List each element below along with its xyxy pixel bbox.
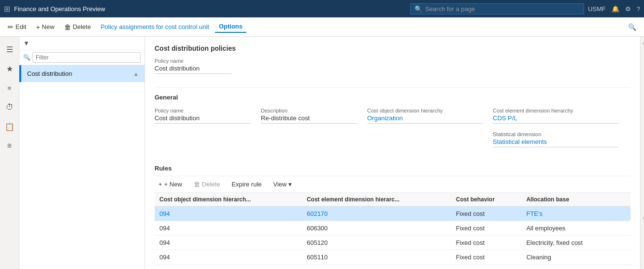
view-chevron-icon: ▾ bbox=[288, 181, 292, 188]
col-header-alloc: Allocation base bbox=[521, 193, 630, 207]
delete-icon: 🗑 bbox=[64, 23, 71, 31]
view-button[interactable]: View ▾ bbox=[270, 179, 296, 189]
list-filter-bar: ▼ bbox=[19, 37, 144, 50]
cost-elem-dim-label: Cost element dimension hierarchy bbox=[493, 108, 618, 113]
filter-input[interactable] bbox=[32, 52, 141, 63]
general-title: General bbox=[155, 87, 630, 101]
cost-obj-dim-field: Cost object dimension hierarchy Organiza… bbox=[367, 108, 483, 124]
clock-icon[interactable]: ⏱ bbox=[1, 99, 18, 116]
filter-input-row: 🔍 bbox=[19, 50, 144, 65]
notification-icon[interactable]: 🔔 bbox=[612, 5, 619, 13]
policy-assignments-link[interactable]: Policy assignments for cost control unit bbox=[97, 21, 213, 32]
table-cell: 094 bbox=[155, 221, 302, 236]
table-cell: 094 bbox=[155, 236, 302, 250]
new-icon: + bbox=[36, 23, 40, 31]
table-cell: Cleaning bbox=[521, 250, 630, 265]
list-item-cost-distribution[interactable]: Cost distribution ▲ bbox=[19, 65, 144, 82]
search-icon: 🔍 bbox=[415, 5, 422, 13]
search-toolbar-icon[interactable]: 🔍 bbox=[624, 21, 640, 33]
policy-name-field: Policy name Cost distribution bbox=[155, 108, 251, 124]
description-field: Description Re-distribute cost bbox=[261, 108, 358, 124]
top-nav: ⊞ Finance and Operations Preview 🔍 USMF … bbox=[0, 0, 644, 17]
rules-new-icon: + bbox=[158, 181, 162, 188]
filter-icon: ▼ bbox=[23, 40, 29, 47]
modules-icon[interactable]: ≡ bbox=[1, 137, 18, 155]
table-cell: All employees bbox=[521, 221, 630, 236]
stat-dim-val[interactable]: Statistical elements bbox=[493, 138, 618, 147]
rules-delete-button[interactable]: 🗑 Delete bbox=[190, 179, 224, 189]
form-grid: Policy name Cost distribution Descriptio… bbox=[155, 108, 630, 155]
side-icons: ☰ ★ ≡ ⏱ 📋 ≡ bbox=[0, 37, 19, 269]
table-header-row: Cost object dimension hierarch... Cost e… bbox=[155, 193, 630, 207]
cost-obj-dim-val[interactable]: Organization bbox=[367, 114, 483, 124]
filter-search-icon: 🔍 bbox=[23, 54, 30, 61]
table-cell: 605150 bbox=[302, 265, 451, 269]
col-header-cost-elem: Cost element dimension hierarc... bbox=[302, 193, 451, 207]
top-policy-name-label: Policy name bbox=[155, 58, 630, 64]
table-row[interactable]: 094605120Fixed costElectricity, fixed co… bbox=[155, 236, 630, 250]
rules-toolbar: + + New 🗑 Delete Expire rule View ▾ bbox=[155, 176, 630, 193]
table-cell: 605120 bbox=[302, 236, 451, 250]
workspace-icon[interactable]: 📋 bbox=[1, 118, 18, 135]
toolbar: ✏ Edit + New 🗑 Delete Policy assignments… bbox=[0, 17, 644, 37]
rules-section: Rules + + New 🗑 Delete Expire rule View … bbox=[155, 165, 630, 269]
search-bar: 🔍 bbox=[410, 3, 584, 14]
user-label: USMF bbox=[588, 5, 606, 13]
stat-dim-label: Statistical dimension bbox=[493, 131, 618, 137]
table-cell: Fixed cost bbox=[451, 236, 522, 250]
help-icon[interactable]: ? bbox=[637, 5, 640, 13]
edit-button[interactable]: ✏ Edit bbox=[4, 21, 30, 33]
table-cell: Rent bbox=[521, 265, 630, 269]
options-tab[interactable]: Options bbox=[215, 21, 246, 33]
table-row[interactable]: 094606300Fixed costAll employees bbox=[155, 221, 630, 236]
scroll-indicator: › › bbox=[640, 37, 644, 269]
cost-obj-dim-label: Cost object dimension hierarchy bbox=[367, 108, 483, 113]
table-cell: 605110 bbox=[302, 250, 451, 265]
table-cell: Fixed cost bbox=[451, 221, 522, 236]
general-section: General Policy name Cost distribution De… bbox=[155, 87, 630, 155]
app-title: Finance and Operations Preview bbox=[14, 5, 406, 13]
table-row[interactable]: 094605110Fixed costCleaning bbox=[155, 250, 630, 265]
stat-dim-field: Statistical dimension Statistical elemen… bbox=[493, 131, 618, 147]
table-cell[interactable]: FTE's bbox=[521, 207, 630, 221]
list-item-label: Cost distribution bbox=[27, 70, 72, 77]
col-header-behavior: Cost behavior bbox=[451, 193, 522, 207]
collapse-icon[interactable]: › bbox=[643, 41, 644, 46]
menu-icon[interactable]: ≡ bbox=[1, 79, 18, 97]
search-input[interactable] bbox=[425, 5, 580, 13]
table-cell: Electricity, fixed cost bbox=[521, 236, 630, 250]
table-row[interactable]: 094602170Fixed costFTE's bbox=[155, 207, 630, 221]
col-header-cost-obj: Cost object dimension hierarch... bbox=[155, 193, 302, 207]
app-grid-icon[interactable]: ⊞ bbox=[4, 4, 10, 14]
table-cell: Fixed cost bbox=[451, 250, 522, 265]
table-cell[interactable]: 602170 bbox=[302, 207, 451, 221]
main-layout: ☰ ★ ≡ ⏱ 📋 ≡ ▼ 🔍 Cost distribution ▲ Cost… bbox=[0, 37, 644, 269]
settings-icon[interactable]: ⚙ bbox=[625, 5, 631, 13]
content-area: Cost distribution policies Policy name C… bbox=[145, 37, 640, 269]
top-policy-name-field: Policy name Cost distribution bbox=[155, 58, 630, 80]
new-button[interactable]: + New bbox=[32, 21, 58, 33]
cost-elem-dim-field: Cost element dimension hierarchy CDS P/L bbox=[493, 108, 618, 124]
expand-icon[interactable]: › bbox=[643, 215, 644, 221]
delete-button[interactable]: 🗑 Delete bbox=[60, 21, 95, 33]
table-row[interactable]: 094605150Fixed costRent bbox=[155, 265, 630, 269]
table-cell: Fixed cost bbox=[451, 207, 522, 221]
hamburger-icon[interactable]: ☰ bbox=[1, 41, 18, 58]
favorites-icon[interactable]: ★ bbox=[1, 60, 18, 77]
table-cell: 094 bbox=[155, 265, 302, 269]
rules-title: Rules bbox=[155, 165, 630, 172]
top-policy-name-value: Cost distribution bbox=[155, 65, 232, 74]
rules-new-button[interactable]: + + New bbox=[155, 179, 186, 189]
list-item-chevron: ▲ bbox=[133, 71, 139, 77]
rules-delete-icon: 🗑 bbox=[194, 181, 200, 188]
expire-rule-button[interactable]: Expire rule bbox=[228, 179, 265, 189]
cost-elem-dim-val[interactable]: CDS P/L bbox=[493, 114, 618, 124]
table-cell[interactable]: 094 bbox=[155, 207, 302, 221]
policies-section-title: Cost distribution policies bbox=[155, 44, 630, 52]
top-nav-right: USMF 🔔 ⚙ ? bbox=[588, 5, 640, 13]
policy-name-label: Policy name bbox=[155, 108, 251, 113]
table-cell: 606300 bbox=[302, 221, 451, 236]
rules-table: Cost object dimension hierarch... Cost e… bbox=[155, 193, 630, 269]
description-label: Description bbox=[261, 108, 358, 113]
policy-name-val: Cost distribution bbox=[155, 114, 251, 124]
